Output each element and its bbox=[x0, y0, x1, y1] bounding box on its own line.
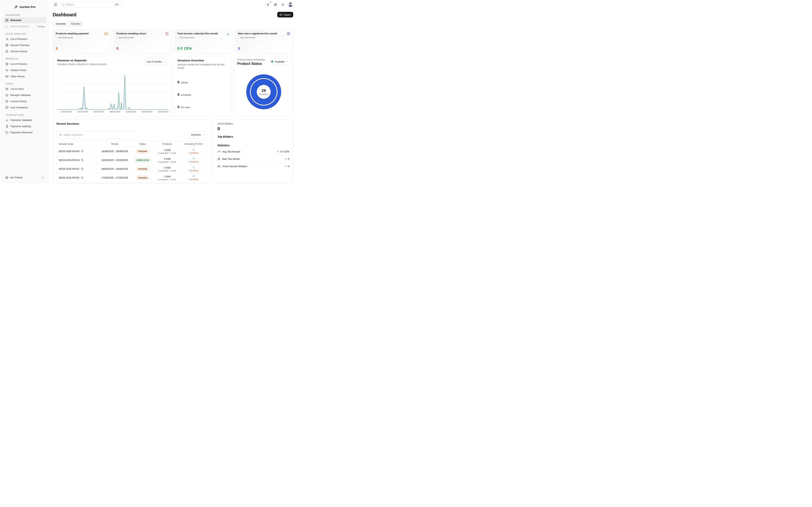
sidebar-item-overview[interactable]: Overview bbox=[4, 17, 46, 23]
sidebar-item-sales-history[interactable]: Sales History bbox=[4, 73, 46, 79]
settings-label: SETTINGS bbox=[10, 176, 23, 179]
active-bidders-value: 0 bbox=[217, 126, 289, 131]
col-products[interactable]: Products bbox=[154, 141, 180, 147]
stat-value: 0 F CFA bbox=[177, 46, 230, 51]
bar-chart-horizontal-icon bbox=[5, 25, 8, 28]
active-bidders-card: Active Bidders 0 Top Bidders Statistics … bbox=[213, 119, 293, 184]
products-total: 2 total bbox=[155, 166, 179, 169]
table-row[interactable]: SESS-2025-PAY01 16/08/2025 - 16/08/2025 … bbox=[57, 165, 207, 173]
session-search-input[interactable] bbox=[63, 133, 134, 136]
sidebar-item-payments-awaiting[interactable]: Payments Awaiting bbox=[4, 123, 46, 129]
table-row[interactable]: SESS-2025-PAY04 18/08/2025 - 18/08/2025 … bbox=[57, 147, 207, 156]
amount: 0 bbox=[182, 149, 205, 151]
copy-icon[interactable] bbox=[81, 159, 84, 161]
sidebar-item-payments-validated[interactable]: Payments Validated bbox=[4, 117, 46, 123]
gear-icon bbox=[5, 176, 8, 179]
sidebar-item-session-planning[interactable]: Session Planning bbox=[4, 42, 46, 48]
bids-this-month-row: Bids This Month 0 bbox=[217, 155, 289, 163]
stat-value: 0 bbox=[288, 158, 289, 160]
stat-label: Avg. Bid Amount bbox=[222, 150, 240, 153]
active-session-bidders-row: Active Session Bidders 0 bbox=[217, 163, 289, 170]
sidebar-item-list-of-sessions[interactable]: List of Sessions bbox=[4, 36, 46, 42]
active-bidders-label: Active Bidders bbox=[217, 122, 289, 125]
col-session-code[interactable]: Session Code bbox=[57, 141, 98, 147]
arrow-up-right-icon bbox=[277, 151, 279, 153]
stat-value: 0 F CFA bbox=[280, 150, 289, 153]
notification-badge bbox=[269, 1, 271, 3]
avatar[interactable] bbox=[288, 2, 293, 7]
sidebar-item-label: Session History bbox=[10, 50, 27, 53]
tab-overview[interactable]: Overview bbox=[53, 21, 68, 26]
sessions-this-week-stat: 0 this week bbox=[177, 105, 228, 109]
stat-cards: Products awaiting payment ... from last … bbox=[53, 30, 293, 53]
donut-center-value: 29 bbox=[261, 88, 266, 93]
stat-card-awaiting-payment: Products awaiting payment ... from last … bbox=[53, 30, 111, 53]
tab-bar: Overview Activities bbox=[53, 21, 83, 27]
columns-button[interactable]: Columns bbox=[189, 131, 207, 138]
section-label-users: USERS bbox=[5, 82, 45, 85]
sessions-overview-card: Sessions Overview Sessions started and c… bbox=[174, 56, 232, 116]
settings-button[interactable] bbox=[272, 2, 278, 7]
search-input[interactable] bbox=[66, 3, 113, 6]
bell-icon bbox=[266, 3, 269, 6]
copy-icon[interactable] bbox=[81, 150, 84, 153]
badge-check-icon bbox=[5, 94, 8, 97]
sidebar-item-general-statistics[interactable]: General Statistics Coming bbox=[4, 23, 46, 29]
session-search[interactable] bbox=[57, 131, 136, 138]
sidebar-item-taxation-rules[interactable]: Taxation Rules bbox=[4, 67, 46, 73]
chevron-down-icon bbox=[164, 60, 166, 63]
stat-value: 0 bbox=[177, 80, 180, 84]
table-row[interactable]: SESS-2025-PAY02 17/08/2025 - 17/08/2025 … bbox=[57, 173, 207, 182]
stat-card-awaiting-return: Products awaiting return ... from last m… bbox=[113, 30, 171, 53]
products-total: 2 total bbox=[155, 175, 179, 178]
amount: 0 bbox=[182, 157, 205, 160]
sidebar-item-session-history[interactable]: Session History bbox=[4, 48, 46, 54]
sidebar-toggle-button[interactable] bbox=[53, 2, 58, 7]
products-detail: 0 awarded · 0 sold bbox=[155, 152, 179, 154]
tab-activities[interactable]: Activities bbox=[68, 21, 83, 26]
x-tick-label: 08/08/2025 bbox=[109, 111, 120, 113]
theme-toggle-button[interactable] bbox=[280, 2, 286, 7]
range-select[interactable]: Last 3 months bbox=[144, 58, 168, 65]
x-tick-label: 21/08/2025 bbox=[125, 111, 136, 113]
copy-icon[interactable] bbox=[81, 176, 84, 179]
history-icon bbox=[5, 50, 8, 53]
copy-icon[interactable] bbox=[81, 168, 84, 170]
recent-sessions-card: Recent Sessions Columns Session Code bbox=[53, 119, 211, 184]
status-filter-select[interactable]: Available bbox=[269, 58, 291, 65]
range-label: Last 3 months bbox=[146, 60, 162, 63]
session-period: 15/08/2025 - 15/08/2025 bbox=[98, 156, 132, 165]
export-button[interactable]: Export bbox=[277, 12, 293, 17]
col-amounts[interactable]: Amounts (F CFA) bbox=[180, 141, 207, 147]
sidebar-item-list-of-users[interactable]: List of Users bbox=[4, 86, 46, 92]
table-row[interactable]: SESS-2025-PAY03 15/08/2025 - 15/08/2025 … bbox=[57, 156, 207, 165]
rotate-ccw-icon bbox=[5, 131, 8, 134]
sidebar-item-auction-history[interactable]: Auction History bbox=[4, 98, 46, 104]
sessions-overview-subtitle: Sessions started and completed over the … bbox=[177, 63, 228, 70]
users-icon bbox=[5, 88, 8, 91]
topbar: ⌘K bbox=[53, 2, 293, 7]
sidebar-item-list-of-products[interactable]: List of Products bbox=[4, 61, 46, 67]
amount-detail: 0 pending bbox=[182, 169, 205, 172]
products-total: 0 total bbox=[155, 157, 179, 160]
sidebar-item-receipts-validated[interactable]: Receipts Validated bbox=[4, 92, 46, 98]
sessions-table: Session Code Period Status Products Amou… bbox=[57, 141, 207, 182]
status-badge: PENDING bbox=[136, 149, 150, 154]
sidebar-settings[interactable]: SETTINGS bbox=[4, 173, 46, 180]
stat-value: 0 bbox=[177, 105, 180, 109]
stat-value: 0 bbox=[288, 165, 289, 168]
sidebar-item-user-feedbacks[interactable]: User Feedbacks bbox=[4, 105, 46, 110]
sidebar-item-payments-refunded[interactable]: Payments Refunded bbox=[4, 129, 46, 135]
gavel-icon bbox=[14, 5, 18, 8]
app-logo: Auction Pro bbox=[4, 4, 46, 11]
col-status[interactable]: Status bbox=[132, 141, 154, 147]
trending-up-icon bbox=[217, 150, 220, 153]
sidebar-item-label: List of Users bbox=[10, 88, 24, 90]
global-search[interactable]: ⌘K bbox=[60, 2, 121, 7]
history-icon bbox=[5, 100, 8, 103]
status-badge: COMPLETED bbox=[134, 158, 151, 162]
col-period[interactable]: Period bbox=[98, 141, 132, 147]
amount-detail: 0 pending bbox=[182, 152, 205, 154]
revenue-area-chart bbox=[57, 74, 167, 110]
product-status-donut: 29 Products bbox=[246, 74, 281, 109]
